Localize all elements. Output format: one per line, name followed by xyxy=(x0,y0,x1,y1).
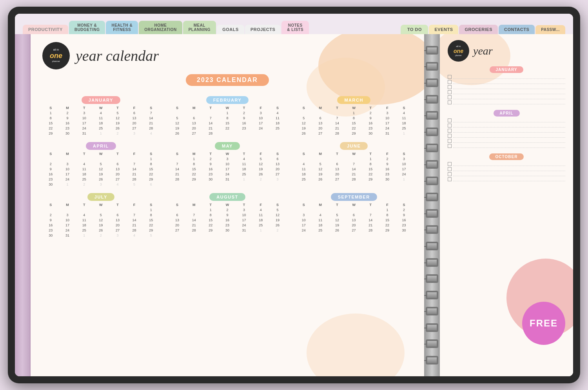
checkbox[interactable] xyxy=(448,95,452,99)
month-september: SEPTEMBER SMTWTFS 12 3456789 10111213141… xyxy=(295,193,412,238)
right-logo-text: all in one planner xyxy=(454,45,463,57)
dotted-line xyxy=(453,118,565,122)
tab-money[interactable]: MONEY &BUDGETING xyxy=(69,21,105,34)
dotted-line xyxy=(453,75,565,79)
tab-home[interactable]: HOMEORGANIZATION xyxy=(139,21,182,34)
ring xyxy=(426,225,438,234)
planner-right: all in one planner year JANUARY xyxy=(440,34,573,376)
checkbox[interactable] xyxy=(448,139,452,143)
ring xyxy=(426,95,438,104)
cal-table-august: SMTWTFS 12345 6789101112 13141516171819 … xyxy=(169,202,286,233)
checklist-october-header: OCTOBER xyxy=(448,153,565,181)
checkbox[interactable] xyxy=(448,144,452,148)
checklist-april: APRIL xyxy=(448,109,565,148)
tab-productivity[interactable]: PRODUCTIVITY xyxy=(23,25,68,34)
dotted-line xyxy=(453,95,565,99)
checklist-item xyxy=(448,167,565,171)
checkbox[interactable] xyxy=(448,172,452,176)
ring xyxy=(426,339,438,348)
ring xyxy=(426,258,438,267)
ring xyxy=(426,128,438,136)
checklist-item xyxy=(448,129,565,133)
checklist-item xyxy=(448,75,565,79)
checkbox[interactable] xyxy=(448,177,452,181)
month-title-september: SEPTEMBER xyxy=(331,193,377,201)
tab-events[interactable]: EVENTS xyxy=(429,25,458,34)
content-area: all in one planner year calendar 2023 CA… xyxy=(15,34,573,376)
tab-meal[interactable]: MEALPLANNING xyxy=(183,21,216,34)
checklist-item xyxy=(448,177,565,181)
month-february: FEBRUARY SMTWTFS 1234 567891011 12131415… xyxy=(169,96,286,136)
tab-groceries[interactable]: GROCERIES xyxy=(459,25,498,34)
logo-circle: all in one planner xyxy=(42,42,70,69)
dotted-line xyxy=(453,134,565,138)
checklist-item xyxy=(448,95,565,99)
checkbox[interactable] xyxy=(448,162,452,166)
checkbox[interactable] xyxy=(448,118,452,122)
month-title-march: MARCH xyxy=(337,96,370,104)
dotted-line xyxy=(453,124,565,128)
tab-goals[interactable]: GOALS xyxy=(217,25,244,34)
cal-table-february: SMTWTFS 1234 567891011 12131415161718 19… xyxy=(169,106,286,136)
cal-table-january: SMTWTFS 1234567 891011121314 15161718192… xyxy=(42,106,160,136)
checkbox[interactable] xyxy=(448,167,452,171)
checklist-item xyxy=(448,80,565,84)
ring xyxy=(426,274,438,283)
checkbox[interactable] xyxy=(448,80,452,84)
month-january: JANUARY SMTWTFS 1234567 891011121314 151… xyxy=(42,96,160,136)
dotted-line xyxy=(453,90,565,94)
logo-text: all in one planner xyxy=(50,48,62,63)
checklist-item xyxy=(448,118,565,122)
checklist-month-october: OCTOBER xyxy=(489,153,524,160)
checkbox[interactable] xyxy=(448,85,452,89)
tab-notes[interactable]: NOTES& LISTS xyxy=(281,21,309,34)
leather-binding xyxy=(15,34,31,376)
month-title-may: MAY xyxy=(215,142,240,150)
ring xyxy=(426,177,438,185)
binder-rings xyxy=(424,34,440,376)
cal-table-april: SMTWTFS 1 2345678 9101112131415 16171819… xyxy=(42,151,160,187)
checkbox[interactable] xyxy=(448,90,452,94)
ring xyxy=(426,62,438,71)
checkbox[interactable] xyxy=(448,75,452,79)
tab-todo[interactable]: TO DO xyxy=(401,25,428,34)
checkbox[interactable] xyxy=(448,124,452,128)
checkbox[interactable] xyxy=(448,129,452,133)
ring xyxy=(426,209,438,218)
dotted-line xyxy=(453,85,565,89)
month-april: APRIL SMTWTFS 1 2345678 9101112131415 16… xyxy=(42,142,160,187)
tab-password[interactable]: PASSW... xyxy=(535,25,565,34)
checklist-month-april: APRIL xyxy=(494,110,520,117)
planner-header: all in one planner year calendar xyxy=(42,42,412,69)
month-march: MARCH SMTWTFS 1234 567891011 12131415161… xyxy=(295,96,412,136)
calendar-year-badge: 2023 CALENDAR xyxy=(186,74,269,86)
month-title-august: AUGUST xyxy=(209,193,245,201)
cal-table-september: SMTWTFS 12 3456789 10111213141516 171819… xyxy=(295,202,412,233)
month-august: AUGUST SMTWTFS 12345 6789101112 13141516… xyxy=(169,193,286,238)
planner-content: all in one planner year calendar 2023 CA… xyxy=(31,34,424,376)
month-title-january: JANUARY xyxy=(82,96,120,104)
tablet-frame: PRODUCTIVITY MONEY &BUDGETING HEALTH &FI… xyxy=(8,7,580,383)
checklist-item xyxy=(448,144,565,148)
tab-health[interactable]: HEALTH &FITNESS xyxy=(106,21,138,34)
checklist-items-october xyxy=(448,162,565,181)
dotted-line xyxy=(453,100,565,104)
checkbox[interactable] xyxy=(448,100,452,104)
month-may: MAY SMTWTFS 123456 78910111213 141516171… xyxy=(169,142,286,187)
checklist-item xyxy=(448,172,565,176)
checkbox[interactable] xyxy=(448,134,452,138)
ring xyxy=(426,323,438,332)
checklist-item xyxy=(448,100,565,104)
cal-table-march: SMTWTFS 1234 567891011 12131415161718 19… xyxy=(295,106,412,136)
tab-contacts[interactable]: CONTACTS xyxy=(499,25,535,34)
ring xyxy=(426,78,438,87)
checklist-item xyxy=(448,90,565,94)
checklist-item xyxy=(448,139,565,143)
ring xyxy=(426,242,438,250)
checklist-item xyxy=(448,162,565,166)
checklist-item xyxy=(448,134,565,138)
dotted-line xyxy=(453,162,565,166)
checklist-items-april xyxy=(448,118,565,148)
tab-projects[interactable]: PROJECTS xyxy=(245,25,281,34)
tablet-screen: PRODUCTIVITY MONEY &BUDGETING HEALTH &FI… xyxy=(15,14,573,376)
